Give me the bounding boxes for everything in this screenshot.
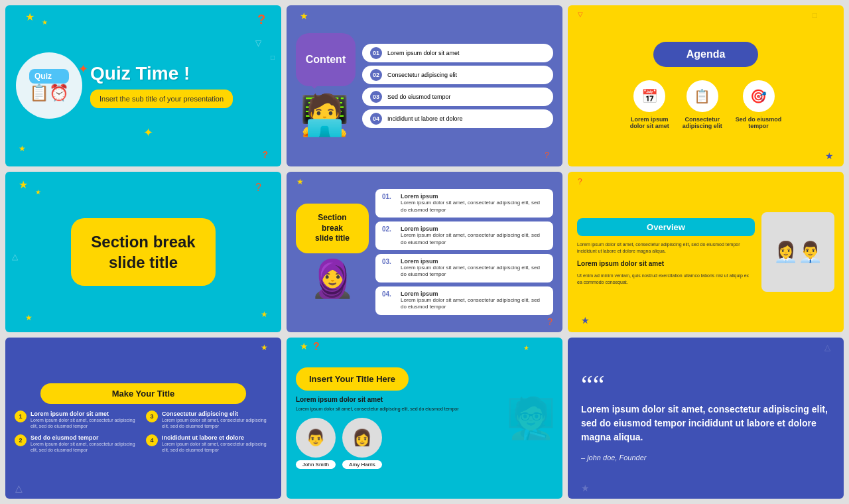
agenda-icon-1: 📅 Lorem ipsumdolor sit amet [630, 80, 669, 129]
item-text-3: Sed do eiusmod tempor [387, 94, 451, 100]
list-item-3: 03 Sed do eiusmod tempor [362, 88, 553, 106]
slide-5-list: 01. Lorem ipsum Lorem ipsum dolor sit am… [375, 189, 553, 314]
icon-circle-3: 🎯 [743, 80, 775, 112]
slide-7-num-4: 4 [146, 434, 158, 446]
slide-5-text-3: Lorem ipsum Lorem ipsum dolor sit amet, … [401, 258, 547, 279]
slide-overview: ? ★ Overview Lorem ipsum dolor sit amet,… [568, 172, 844, 333]
slide-8-body: Lorem ipsum dolor sit amet, consectetur … [296, 406, 459, 412]
item-text-2: Consectetur adipiscing elit [387, 72, 457, 78]
slide-5-item-1: 01. Lorem ipsum Lorem ipsum dolor sit am… [375, 189, 553, 218]
slide-5-figure: 🧕 [310, 257, 356, 300]
overview-body: Ut enim ad minim veniam, quis nostrud ex… [577, 273, 755, 286]
avatar-name-1: John Smith [296, 460, 336, 469]
slide-8-bold-title: Lorem ipsum dolor sit amet [296, 396, 383, 403]
section-break-title: Section break slide title [71, 218, 215, 286]
icon-circle-1: 📅 [633, 80, 665, 112]
list-item-2: 02 Consectetur adipiscing elit [362, 66, 553, 84]
slide-7-text-2: Sed do eiusmod tempor Lorem ipsum dolor … [31, 434, 141, 453]
slide-5-item-2: 02. Lorem ipsum Lorem ipsum dolor sit am… [375, 221, 553, 250]
agenda-icon-3: 🎯 Sed do eiusmodtempor [736, 80, 782, 129]
item-text-4: Incididunt ut labore et dolore [387, 115, 463, 122]
slide-8-content: Insert Your Title Here Lorem ipsum dolor… [287, 338, 562, 499]
slide-7-num-2: 2 [15, 434, 27, 446]
slide-5-content: Section break slide title 🧕 01. Lorem ip… [287, 172, 562, 333]
slide-7-item-2: 2 Sed do eiusmod tempor Lorem ipsum dolo… [15, 434, 141, 453]
slide-2-content: Content 🧑‍💻 01 Lorem ipsum dolor sit ame… [287, 5, 562, 166]
quiz-label: Quiz [29, 69, 69, 84]
quiz-text-area: Quiz Time ! Insert the sub title of your… [90, 63, 233, 108]
slide-5-num-1: 01. [382, 193, 397, 200]
agenda-bubble: Agenda [653, 42, 759, 67]
overview-bubble: Overview [577, 218, 755, 236]
slide-section-list: ★ ? Section break slide title 🧕 01. Lore… [287, 172, 562, 333]
overview-bold-title: Lorem ipsum dolor sit amet [577, 260, 755, 267]
quiz-circle: Quiz 📋⏰ [16, 52, 82, 119]
icon-circle-2: 📋 [686, 80, 718, 112]
quote-author: – john doe, Founder [581, 454, 830, 462]
quote-mark: ““ [581, 375, 830, 396]
quote-text: Lorem ipsum dolor sit amet, consectetur … [581, 403, 830, 444]
item-num-4: 04 [370, 113, 382, 125]
slide-6-content: Overview Lorem ipsum dolor sit amet, con… [568, 172, 844, 333]
slide-2-list: 01 Lorem ipsum dolor sit amet 02 Consect… [362, 44, 553, 128]
content-bubble: Content [296, 33, 356, 86]
slide-4-content: Section break slide title [5, 172, 281, 333]
icon-label-3: Sed do eiusmodtempor [736, 116, 782, 129]
overview-photo: 👩‍💼👨‍💼 [761, 212, 834, 292]
slide-content: ★ ? Content 🧑‍💻 01 Lorem ipsum dolor sit… [287, 5, 562, 166]
slide-2-figure: 🧑‍💻 [300, 92, 350, 139]
avatar-1: 👨 John Smith [296, 418, 336, 469]
avatar-name-2: Amy Harris [342, 460, 382, 469]
slide-quiz-time: ★ ★ ? ★ ? ▽ ✦ □ Quiz 📋⏰ Quiz Time ! Inse… [5, 5, 281, 166]
list-item-1: 01 Lorem ipsum dolor sit amet [362, 44, 553, 62]
slide-5-item-3: 03. Lorem ipsum Lorem ipsum dolor sit am… [375, 254, 553, 283]
slide-5-text-1: Lorem ipsum Lorem ipsum dolor sit amet, … [401, 193, 547, 214]
slide-5-item-4: 04. Lorem ipsum Lorem ipsum dolor sit am… [375, 286, 553, 315]
list-item-4: 04 Incididunt ut labore et dolore [362, 109, 553, 128]
slide-5-num-2: 02. [382, 225, 397, 233]
agenda-icon-2: 📋 Consecteturadipiscing elit [683, 80, 722, 129]
insert-title-bubble: Insert Your Title Here [296, 367, 409, 391]
slide-7-text-3: Consectetur adipiscing elit Lorem ipsum … [162, 410, 272, 429]
slide-6-left: Overview Lorem ipsum dolor sit amet, con… [577, 181, 755, 324]
quiz-subtitle: Insert the sub title of your presentatio… [90, 90, 233, 108]
slide-6-right: 👩‍💼👨‍💼 [761, 181, 834, 324]
avatar-2: 👩 Amy Harris [342, 418, 382, 469]
slide-7-text-4: Incididunt ut labore et dolore Lorem ips… [162, 434, 272, 453]
slide-7-item-4: 4 Incididunt ut labore et dolore Lorem i… [146, 434, 272, 453]
slide-make-title: ★ △ Make Your Title 1 Lorem ipsum dolor … [5, 338, 281, 499]
slide-7-num-3: 3 [146, 410, 158, 422]
slide-5-text-2: Lorem ipsum Lorem ipsum dolor sit amet, … [401, 225, 547, 246]
slide-5-num-4: 04. [382, 290, 397, 298]
item-text-1: Lorem ipsum dolor sit amet [387, 50, 460, 56]
icon-label-1: Lorem ipsumdolor sit amet [630, 116, 669, 129]
agenda-icons-row: 📅 Lorem ipsumdolor sit amet 📋 Consectetu… [630, 80, 782, 129]
slide-7-item-3: 3 Consectetur adipiscing elit Lorem ipsu… [146, 410, 272, 429]
slide-7-content: Make Your Title 1 Lorem ipsum dolor sit … [5, 338, 281, 499]
slide-section-break: ★ ★ ★ ? ★ △ Section break slide title [5, 172, 281, 333]
slide-agenda: ▽ ★ □ Agenda 📅 Lorem ipsumdolor sit amet… [568, 5, 844, 166]
slide-7-num-1: 1 [15, 410, 27, 422]
slide-5-bubble: Section break slide title [296, 204, 369, 253]
item-num-3: 03 [370, 91, 382, 103]
slide-insert-title: ★ ? ★ Insert Your Title Here Lorem ipsum… [287, 338, 562, 499]
slide-7-text-1: Lorem ipsum dolor sit amet Lorem ipsum d… [31, 410, 141, 429]
deco-spark: ✦ [78, 62, 88, 76]
quiz-title: Quiz Time ! [90, 63, 233, 84]
slide-7-item-1: 1 Lorem ipsum dolor sit amet Lorem ipsum… [15, 410, 141, 429]
icon-label-2: Consecteturadipiscing elit [683, 116, 722, 129]
avatars-row: 👨 John Smith 👩 Amy Harris [296, 418, 382, 469]
item-num-1: 01 [370, 47, 382, 59]
avatar-circle-2: 👩 [342, 418, 382, 458]
slide-5-num-3: 03. [382, 258, 397, 265]
slide-7-grid: 1 Lorem ipsum dolor sit amet Lorem ipsum… [15, 410, 272, 453]
avatar-circle-1: 👨 [296, 418, 336, 458]
slide-3-content: Agenda 📅 Lorem ipsumdolor sit amet 📋 Con… [568, 5, 844, 166]
slide-1-content: Quiz 📋⏰ Quiz Time ! Insert the sub title… [5, 5, 281, 166]
slide-9-content: ““ Lorem ipsum dolor sit amet, consectet… [568, 338, 844, 499]
item-num-2: 02 [370, 69, 382, 81]
slide-quote: △ ★ ““ Lorem ipsum dolor sit amet, conse… [568, 338, 844, 499]
make-title-pill: Make Your Title [40, 383, 246, 404]
slide-5-text-4: Lorem ipsum Lorem ipsum dolor sit amet, … [401, 290, 547, 311]
overview-desc: Lorem ipsum dolor sit amet, consectetur … [577, 241, 755, 255]
